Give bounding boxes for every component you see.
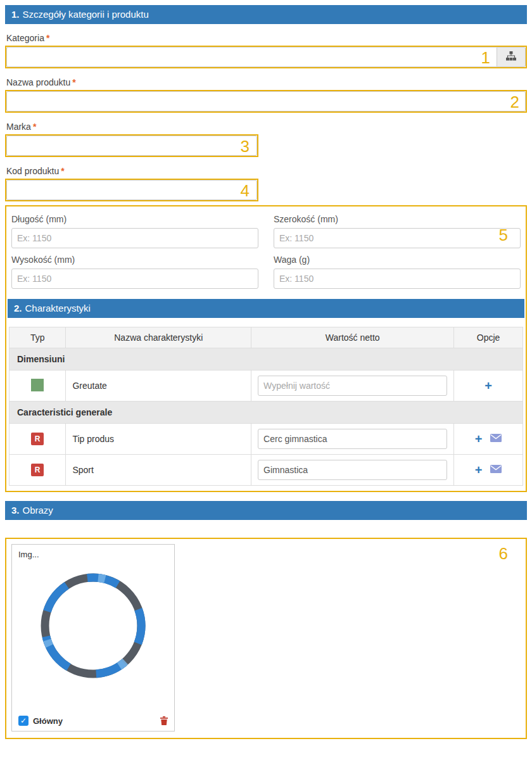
group-name: Caracteristici generale [10, 402, 523, 424]
options-cell: + [454, 424, 523, 455]
annotation-box-4: 4 [5, 179, 258, 201]
type-cell: R [10, 455, 66, 486]
required-asterisk: * [61, 166, 64, 176]
hula-hoop-image [33, 566, 153, 686]
column-header-opcje: Opcje [454, 327, 523, 348]
section-header-images: 3.Obrazy [5, 501, 527, 520]
mail-icon[interactable] [490, 465, 502, 475]
kategoria-input-group [6, 47, 526, 67]
type-cell [10, 370, 66, 402]
group-name: Dimensiuni [10, 348, 523, 370]
category-tree-button[interactable] [497, 47, 526, 67]
waga-input[interactable] [274, 269, 521, 289]
characteristic-name: Greutate [66, 370, 251, 402]
kategoria-label: Kategoria* [6, 33, 526, 43]
annotation-box-2: 2 [5, 90, 527, 113]
kod-produktu-label: Kod produktu* [6, 166, 526, 176]
greutate-value-input[interactable] [258, 376, 447, 396]
image-card-footer: ✓ Główny [18, 716, 168, 726]
column-header-typ: Typ [10, 327, 66, 348]
table-row: R Tip produs + [10, 424, 523, 455]
type-r-badge: R [31, 433, 44, 445]
marka-input[interactable] [6, 136, 257, 156]
szerokosc-field: Szerokość (mm) [274, 208, 521, 248]
annotation-number-6: 6 [499, 545, 508, 562]
product-form-page: 1.Szczegóły kategorii i produktu Kategor… [0, 0, 532, 744]
type-green-badge [31, 379, 44, 391]
characteristic-name: Tip produs [66, 424, 251, 455]
options-cell: + [454, 370, 523, 402]
required-asterisk: * [46, 33, 49, 43]
section-title: Charakterystyki [25, 303, 91, 314]
wysokosc-field: Wysokość (mm) [11, 248, 258, 289]
table-row: Greutate + [10, 370, 523, 402]
sport-value-input[interactable] [258, 460, 447, 480]
add-value-icon[interactable]: + [484, 379, 492, 393]
szerokosc-label: Szerokość (mm) [274, 214, 521, 224]
options-cell: + [454, 455, 523, 486]
tip-produs-value-input[interactable] [258, 429, 447, 449]
wysokosc-input[interactable] [11, 269, 258, 289]
wysokosc-label: Wysokość (mm) [11, 255, 258, 265]
sitemap-icon [506, 51, 516, 63]
value-cell [251, 455, 454, 486]
dlugosc-label: Długość (mm) [11, 214, 258, 224]
characteristics-table: Typ Nazwa charakterystyki Wartość netto … [9, 327, 523, 486]
column-header-wartosc: Wartość netto [251, 327, 454, 348]
required-asterisk: * [33, 122, 36, 132]
nazwa-produktu-input[interactable] [6, 91, 526, 111]
add-value-icon[interactable]: + [475, 432, 483, 446]
mail-icon[interactable] [490, 434, 502, 444]
delete-image-button[interactable] [160, 716, 168, 725]
type-r-badge: R [31, 464, 44, 476]
section-header-details: 1.Szczegóły kategorii i produktu [5, 5, 527, 24]
nazwa-produktu-label: Nazwa produktu* [6, 77, 526, 87]
main-image-label: Główny [33, 716, 63, 726]
annotation-box-6: 6 Img... ✓ Główny [5, 538, 527, 739]
value-cell [251, 424, 454, 455]
type-cell: R [10, 424, 66, 455]
add-value-icon[interactable]: + [475, 463, 483, 477]
section-header-characteristics: 2.Charakterystyki [8, 299, 524, 318]
kategoria-input[interactable] [6, 47, 497, 67]
section-number: 3. [11, 505, 20, 516]
value-cell [251, 370, 454, 402]
annotation-box-5: 5 Długość (mm) Szerokość (mm) Wysokość (… [5, 205, 527, 492]
szerokosc-input[interactable] [274, 228, 521, 248]
image-card-title: Img... [12, 545, 174, 564]
section-number: 1. [11, 9, 20, 20]
section-title: Szczegóły kategorii i produktu [23, 9, 149, 20]
dlugosc-input[interactable] [11, 228, 258, 248]
main-image-checkbox[interactable]: ✓ [18, 716, 28, 726]
product-image-card: Img... ✓ Główny [11, 544, 175, 732]
marka-label: Marka* [6, 122, 526, 132]
column-header-nazwa: Nazwa charakterystyki [66, 327, 251, 348]
characteristic-name: Sport [66, 455, 251, 486]
annotation-box-1: 1 [5, 46, 527, 68]
required-asterisk: * [72, 77, 75, 87]
dimensions-grid: Długość (mm) Szerokość (mm) Wysokość (mm… [6, 206, 526, 296]
group-row-caracteristici-generale: Caracteristici generale [10, 402, 523, 424]
waga-label: Waga (g) [274, 255, 521, 265]
kod-produktu-input[interactable] [6, 180, 257, 200]
section-title: Obrazy [23, 505, 53, 516]
waga-field: Waga (g) [274, 248, 521, 289]
dlugosc-field: Długość (mm) [11, 208, 258, 248]
annotation-box-3: 3 [5, 134, 258, 157]
table-row: R Sport + [10, 455, 523, 486]
group-row-dimensiuni: Dimensiuni [10, 348, 523, 370]
section-number: 2. [14, 303, 22, 314]
product-image [12, 566, 174, 686]
table-header-row: Typ Nazwa charakterystyki Wartość netto … [10, 327, 523, 348]
